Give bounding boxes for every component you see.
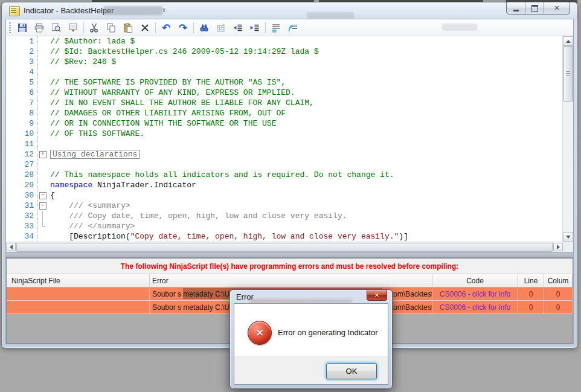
fold-margin xyxy=(38,221,48,231)
code-line[interactable]: 2// $Id: BacktestHelper.cs 246 2009-05-1… xyxy=(6,47,563,57)
fold-margin xyxy=(38,47,48,57)
code-line[interactable]: 8// DAMAGES OR OTHER LIABILITY ARISING F… xyxy=(6,108,563,118)
code-text: // DAMAGES OR OTHER LIABILITY ARISING FR… xyxy=(48,108,286,118)
dialog-client: ✕ Error on generating Indicator OK xyxy=(234,303,388,385)
code-line[interactable]: 29namespace NinjaTrader.Indicator xyxy=(6,180,563,190)
code-line[interactable]: 6// WITHOUT WARRANTY OF ANY KIND, EXPRES… xyxy=(6,88,563,98)
collapsed-region[interactable]: Using declarations xyxy=(50,150,140,159)
close-icon: ✕ xyxy=(374,292,379,298)
titlebar[interactable]: Indicator - BacktestHelper x ✕ xyxy=(2,2,577,19)
ok-button[interactable]: OK xyxy=(326,363,377,379)
fold-collapse-icon[interactable]: − xyxy=(39,192,47,199)
minimize-button[interactable] xyxy=(507,2,525,14)
code-line[interactable]: 27 xyxy=(6,159,563,170)
code-line[interactable]: 31− /// <summary> xyxy=(6,201,563,211)
code-line[interactable]: 10// OF THIS SOFTWARE. xyxy=(6,129,563,139)
toolbar-grip[interactable] xyxy=(9,22,11,33)
code-segment: // $Author: lada $ xyxy=(50,37,135,46)
print-preview-icon[interactable] xyxy=(48,21,65,35)
horizontal-scroll-thumb[interactable] xyxy=(16,243,553,252)
panel-splitter[interactable] xyxy=(6,252,573,258)
code-line[interactable]: 1// $Author: lada $ xyxy=(6,36,563,47)
error-table-header: NinjaScript FileErrorCodeLineColum xyxy=(7,274,573,288)
compile-error-message: The following NinjaScript file(s) have p… xyxy=(7,259,573,274)
line-cell: 0 xyxy=(518,301,544,313)
code-segment: // OF THIS SOFTWARE. xyxy=(50,129,144,138)
fold-margin xyxy=(38,231,48,242)
cut-icon[interactable] xyxy=(86,21,103,35)
line-number: 8 xyxy=(6,108,38,118)
line-number: 28 xyxy=(6,170,38,180)
minimize-icon xyxy=(513,10,519,11)
code-line[interactable]: 4 xyxy=(6,67,563,77)
file-cell xyxy=(7,288,150,300)
replace-icon[interactable] xyxy=(213,21,230,35)
code-cell[interactable]: CS0006 - click for info xyxy=(432,301,518,313)
column-header-code[interactable]: Code xyxy=(432,274,518,287)
fold-expand-icon[interactable]: + xyxy=(39,151,47,158)
scroll-right-button[interactable] xyxy=(553,243,563,251)
fold-margin[interactable]: − xyxy=(38,190,48,201)
code-text xyxy=(48,67,50,77)
code-cell[interactable]: CS0006 - click for info xyxy=(432,288,518,300)
code-text xyxy=(48,159,50,170)
comment-icon[interactable] xyxy=(268,21,284,35)
code-segment: /// <summary> xyxy=(50,201,130,210)
line-number: 9 xyxy=(6,118,38,129)
fold-margin xyxy=(38,159,48,170)
vertical-scroll-thumb[interactable] xyxy=(563,46,573,101)
scroll-up-button[interactable] xyxy=(563,36,573,46)
code-line[interactable]: 30−{ xyxy=(6,190,563,201)
fold-margin xyxy=(38,98,48,108)
fold-margin xyxy=(38,57,48,67)
fold-margin xyxy=(38,211,48,221)
code-line[interactable]: 7// IN NO EVENT SHALL THE AUTHOR BE LIAB… xyxy=(6,98,563,108)
delete-icon[interactable] xyxy=(136,21,153,35)
fold-collapse-icon[interactable]: − xyxy=(39,202,47,210)
code-segment: { xyxy=(50,191,55,200)
dialog-titlebar[interactable]: Error ✕ xyxy=(230,290,392,303)
code-line[interactable]: 32 /// Copy date, time, open, high, low … xyxy=(6,211,563,221)
code-segment: "Copy date, time, open, high, low and cl… xyxy=(130,232,399,241)
column-header-ninjascript-file[interactable]: NinjaScript File xyxy=(7,274,150,287)
page-setup-icon[interactable] xyxy=(65,21,82,35)
code-line[interactable]: 9// OR IN CONNECTION WITH THE SOFTWARE O… xyxy=(6,118,563,129)
code-line[interactable]: 12+Using declarations xyxy=(6,149,563,159)
undo-icon[interactable]: ↶ xyxy=(158,21,175,35)
horizontal-scrollbar[interactable] xyxy=(6,242,563,252)
uncomment-icon[interactable] xyxy=(284,21,301,35)
column-cell: 0 xyxy=(544,301,573,313)
print-icon[interactable] xyxy=(31,21,48,35)
code-segment: // OR IN CONNECTION WITH THE SOFTWARE OR… xyxy=(50,119,276,128)
copy-icon[interactable] xyxy=(103,21,120,35)
fold-margin[interactable]: − xyxy=(38,201,48,211)
redo-icon[interactable]: ↷ xyxy=(175,21,191,35)
file-cell xyxy=(7,301,150,313)
column-header-colum[interactable]: Colum xyxy=(544,274,573,287)
line-number: 32 xyxy=(6,211,38,221)
code-text-area[interactable]: 1// $Author: lada $2// $Id: BacktestHelp… xyxy=(6,36,563,242)
outdent-icon[interactable] xyxy=(230,21,246,35)
indent-icon[interactable] xyxy=(246,21,263,35)
close-button[interactable]: ✕ xyxy=(544,2,570,14)
code-segment: namespace xyxy=(50,181,92,190)
find-icon[interactable] xyxy=(196,21,213,35)
code-line[interactable]: 33 /// </summary> xyxy=(6,221,563,231)
paste-icon[interactable] xyxy=(120,21,136,35)
column-header-line[interactable]: Line xyxy=(518,274,544,287)
scroll-down-button[interactable] xyxy=(563,232,573,242)
fold-margin[interactable]: + xyxy=(38,149,48,159)
scroll-left-button[interactable] xyxy=(6,243,16,251)
fold-margin xyxy=(38,170,48,180)
code-line[interactable]: 5// THE SOFTWARE IS PROVIDED BY THE AUTH… xyxy=(6,77,563,88)
save-icon[interactable] xyxy=(14,21,31,35)
code-line[interactable]: 28// This namespace holds all indicators… xyxy=(6,170,563,180)
column-header-error[interactable]: Error xyxy=(150,274,432,287)
code-line[interactable]: 34 [Description("Copy date, time, open, … xyxy=(6,231,563,242)
code-line[interactable]: 11 xyxy=(6,139,563,149)
maximize-button[interactable] xyxy=(525,2,544,14)
vertical-scrollbar[interactable] xyxy=(562,36,573,242)
dialog-close-button[interactable]: ✕ xyxy=(367,290,387,301)
fold-margin xyxy=(38,108,48,118)
code-line[interactable]: 3// $Rev: 246 $ xyxy=(6,57,563,67)
